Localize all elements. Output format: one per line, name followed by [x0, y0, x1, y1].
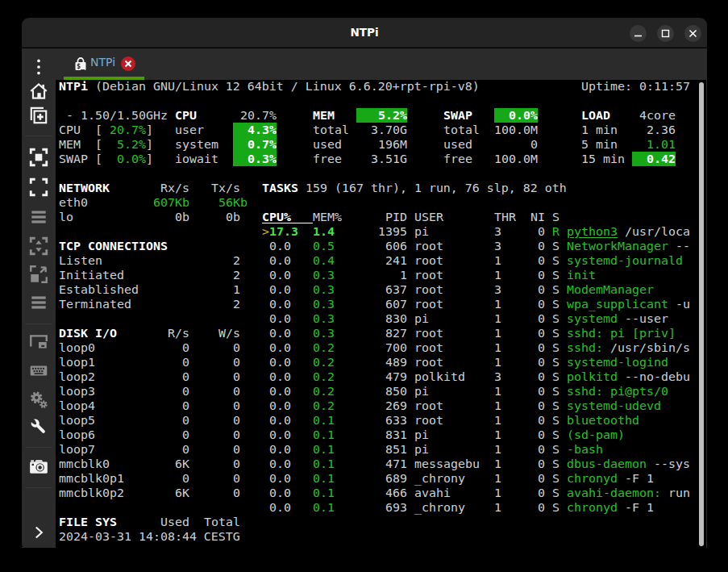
close-button[interactable] [684, 25, 701, 42]
terminal-text: 1 [494, 253, 501, 268]
terminal-text: S [552, 413, 560, 428]
terminal-text: S [552, 340, 560, 355]
terminal-text: pi [414, 224, 429, 239]
terminal-text: S [552, 486, 560, 500]
terminal-text: 0 [538, 428, 545, 442]
terminal-text: 6K [175, 486, 189, 500]
toolbar-separator [25, 447, 52, 448]
terminal-text: 1 [494, 326, 501, 340]
terminal-text: 100.0M [494, 123, 538, 137]
minimize-button[interactable] [630, 25, 647, 42]
terminal-text: 479 [385, 370, 407, 384]
terminal-text: 633 [385, 413, 407, 428]
window-body: $_ NTPi NTPi (Debian GNU/Linux 12 64bit … [22, 48, 707, 548]
terminal-text: 100.0M [494, 152, 538, 166]
maximize-button[interactable] [657, 25, 674, 42]
terminal-text: 20.7% [240, 108, 277, 123]
terminal-text: 0 [538, 486, 545, 500]
terminal-text: iowait [175, 152, 218, 166]
terminal-text: polkitd [414, 370, 465, 384]
new-connection-icon[interactable] [28, 105, 49, 126]
terminal-text: total [443, 123, 480, 137]
terminal-text: loop4 [59, 399, 95, 413]
titlebar[interactable]: NTPi [22, 18, 707, 48]
terminal-text: root [414, 239, 443, 253]
terminal-text: 0.0 [269, 355, 291, 370]
terminal-text: 0 [538, 399, 545, 413]
terminal-text: ] [146, 137, 153, 152]
kebab-menu-icon[interactable] [28, 56, 49, 77]
terminal-text: run [661, 486, 690, 500]
home-icon[interactable] [28, 81, 49, 102]
terminal-text: 17.3 [269, 224, 298, 239]
terminal-text: 0.0 [269, 457, 291, 471]
tab-label: NTPi [90, 48, 115, 77]
terminal-text: 0 [538, 471, 545, 486]
terminal-text: W/s [218, 326, 240, 340]
terminal-text: 0 [182, 442, 189, 457]
terminal-text: 3 [494, 224, 501, 239]
terminal-text: 830 [385, 311, 407, 326]
tools-icon[interactable] [28, 416, 49, 437]
terminal-text: 637 [385, 282, 407, 297]
terminal-text: 0 [233, 413, 240, 428]
terminal-text: 0.0 [269, 326, 291, 340]
terminal-text: 0.0% [494, 108, 538, 123]
terminal-text: wpa_supplicant [567, 297, 668, 311]
terminal-text: --user [618, 311, 668, 326]
expand-toolbar-icon[interactable] [28, 522, 49, 543]
scaled-mode-icon[interactable] [28, 236, 49, 257]
terminal-text: Established [59, 282, 139, 297]
tab-ntpi[interactable]: $_ NTPi [64, 48, 144, 80]
screenshot-icon[interactable] [28, 456, 49, 477]
terminal-text: SWAP [ [59, 152, 102, 166]
tabs-menu-icon[interactable] [28, 207, 49, 228]
terminal-text: 1 [494, 340, 501, 355]
preferences-icon[interactable] [28, 389, 49, 410]
terminal-text: 159 (167 thr), 1 run, 76 slp, 82 oth [306, 181, 567, 195]
terminal-text: CPU [175, 108, 197, 123]
fullscreen-region-icon[interactable] [28, 177, 49, 198]
dynamic-resolution-icon[interactable] [28, 264, 49, 285]
terminal-text: mmcblk0p1 [59, 471, 124, 486]
terminal-text: S [552, 253, 560, 268]
tab-bar: $_ NTPi [56, 48, 707, 80]
terminal-text: root [414, 413, 443, 428]
grid-menu-icon[interactable] [28, 292, 49, 313]
terminal-text: 0.2 [313, 370, 335, 384]
terminal-text: S [552, 355, 560, 370]
terminal-text: 0b [175, 210, 189, 224]
multi-monitor-icon[interactable] [28, 332, 49, 353]
terminal-text: 0 [530, 137, 538, 152]
terminal-text: PID [385, 210, 407, 224]
terminal-text: S [552, 311, 560, 326]
terminal-text: sshd: [567, 340, 603, 355]
terminal-text: polkitd [567, 370, 618, 384]
tab-close-button[interactable] [121, 56, 135, 71]
terminal-text: MEM% [313, 210, 342, 224]
fullscreen-icon[interactable] [28, 147, 49, 168]
keyboard-grab-glyph [28, 360, 49, 381]
terminal-text: 1 [494, 442, 501, 457]
terminal-text: 5.2% [117, 137, 146, 152]
terminal-scrollbar[interactable] [699, 82, 704, 546]
toolbar-separator [25, 487, 52, 488]
terminal-text: S [552, 370, 560, 384]
terminal-text: mmcblk0p2 [59, 486, 124, 500]
keyboard-grab-icon[interactable] [28, 360, 49, 381]
terminal-text: 0.0 [269, 253, 291, 268]
terminal-screen[interactable]: NTPi (Debian GNU/Linux 12 64bit / Linux … [56, 80, 707, 548]
tools-glyph [28, 416, 49, 437]
terminal-text: 3 [494, 282, 501, 297]
terminal-text: 1 [494, 457, 501, 471]
terminal-row: loop2000.00.2479polkitd30Spolkitd --no-d… [59, 370, 701, 384]
terminal-text: 0.42 [632, 152, 676, 166]
terminal-text: 0.2 [313, 355, 335, 370]
terminal-text: -u [668, 297, 690, 311]
terminal-text: 851 [385, 442, 407, 457]
terminal-text: 0 [182, 370, 189, 384]
terminal-text: 0.1 [313, 471, 335, 486]
terminal-text: 0 [538, 384, 545, 399]
terminal-text: Initiated [59, 268, 124, 282]
terminal-row: Initiated20.00.31root10Sinit [59, 268, 701, 282]
